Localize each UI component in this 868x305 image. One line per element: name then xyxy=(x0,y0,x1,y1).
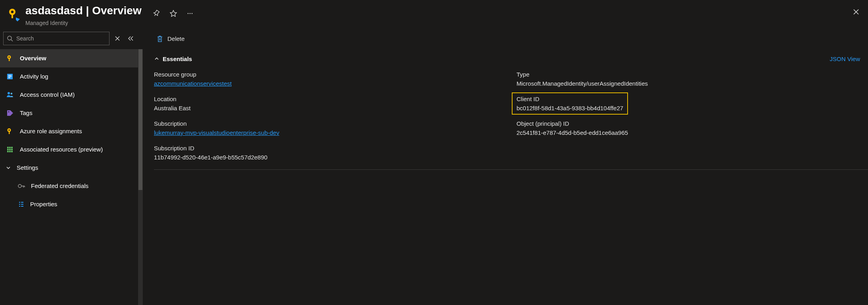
clear-search-button[interactable] xyxy=(112,33,123,44)
chevron-up-icon xyxy=(154,56,159,61)
svg-rect-1 xyxy=(12,14,13,18)
tags-icon xyxy=(6,109,14,117)
delete-button-label: Delete xyxy=(167,35,184,42)
field-label: Type xyxy=(517,71,860,78)
essentials-label: Essentials xyxy=(163,56,192,62)
sidebar-item-federated-credentials[interactable]: Federated credentials xyxy=(0,177,138,195)
essentials-panel: Resource group azcommunicationserviceste… xyxy=(154,71,868,170)
svg-rect-19 xyxy=(9,147,11,148)
favorite-button[interactable] xyxy=(167,7,180,20)
field-location: Location Australia East xyxy=(154,96,497,111)
svg-rect-9 xyxy=(9,58,10,61)
svg-rect-22 xyxy=(9,149,11,150)
svg-rect-18 xyxy=(7,147,9,148)
svg-point-2 xyxy=(11,11,13,13)
delete-icon xyxy=(156,35,163,43)
access-control-icon xyxy=(6,90,14,99)
json-view-button[interactable]: JSON View xyxy=(830,56,860,62)
subscription-id-value: 11b74992-d520-46e1-a9e9-b55c57d2e890 xyxy=(154,154,497,161)
sidebar-item-properties[interactable]: Properties xyxy=(0,195,138,213)
sidebar-item-label: Properties xyxy=(30,201,57,207)
star-icon xyxy=(169,10,177,17)
svg-rect-25 xyxy=(9,151,11,152)
sidebar-item-label: Overview xyxy=(20,55,46,61)
field-label: Subscription xyxy=(154,120,497,127)
sidebar-item-label: Activity log xyxy=(20,73,48,80)
sidebar-item-label: Tags xyxy=(20,109,33,116)
sidebar-scroll-thumb[interactable] xyxy=(138,49,142,190)
managed-identity-icon xyxy=(5,6,22,23)
sidebar-search-box[interactable] xyxy=(3,32,109,45)
svg-rect-23 xyxy=(11,149,13,150)
svg-marker-3 xyxy=(16,17,20,21)
type-value: Microsoft.ManagedIdentity/userAssignedId… xyxy=(517,80,860,87)
field-label: Object (principal) ID xyxy=(517,120,860,127)
svg-rect-26 xyxy=(11,151,13,152)
x-icon xyxy=(115,36,120,41)
svg-point-10 xyxy=(8,56,10,58)
sidebar-item-activity-log[interactable]: Activity log xyxy=(0,67,138,86)
field-label: Resource group xyxy=(154,71,497,78)
section-name: Overview xyxy=(92,4,142,17)
delete-button[interactable]: Delete xyxy=(154,33,187,44)
chevron-down-icon xyxy=(6,165,11,171)
ellipsis-icon xyxy=(186,10,194,17)
field-object-id: Object (principal) ID 2c541f81-e787-4d5d… xyxy=(517,120,860,136)
sidebar-group-settings[interactable]: Settings xyxy=(0,159,138,177)
grid-icon xyxy=(6,145,14,154)
field-label: Subscription ID xyxy=(154,145,497,152)
page-header: asdasdasd | Overview Managed Identity xyxy=(0,0,868,29)
pin-button[interactable] xyxy=(150,7,163,20)
svg-rect-24 xyxy=(7,151,9,152)
svg-point-13 xyxy=(11,92,13,94)
collapse-sidebar-button[interactable] xyxy=(125,33,136,44)
sidebar-item-access-control[interactable]: Access control (IAM) xyxy=(0,86,138,104)
resource-type-subtitle: Managed Identity xyxy=(25,20,142,26)
svg-point-4 xyxy=(187,13,188,14)
sidebar-item-azure-role-assignments[interactable]: Azure role assignments xyxy=(0,122,138,140)
svg-point-5 xyxy=(189,13,190,14)
sidebar-scrollbar[interactable] xyxy=(138,49,143,305)
sidebar: Overview Activity log Access control (IA… xyxy=(0,29,143,305)
field-label: Location xyxy=(154,96,497,102)
field-type: Type Microsoft.ManagedIdentity/userAssig… xyxy=(517,71,860,87)
sidebar-item-label: Access control (IAM) xyxy=(20,91,75,98)
command-bar: Delete xyxy=(154,29,868,48)
close-button[interactable] xyxy=(850,6,862,18)
activity-log-icon xyxy=(6,72,14,81)
search-icon xyxy=(7,35,13,42)
sidebar-item-label: Federated credentials xyxy=(31,182,88,189)
resource-name: asdasdasd xyxy=(25,4,83,17)
field-client-id: Client ID bc012f8f-58d1-43a5-9383-bb4d10… xyxy=(517,96,623,111)
svg-rect-20 xyxy=(11,147,13,148)
main-content: Delete Essentials JSON View Resource gro… xyxy=(143,29,868,305)
sidebar-item-tags[interactable]: Tags xyxy=(0,104,138,122)
svg-point-12 xyxy=(8,92,10,94)
sidebar-group-label: Settings xyxy=(17,164,38,171)
field-label: Client ID xyxy=(517,96,623,102)
key-icon xyxy=(6,54,14,63)
object-id-value: 2c541f81-e787-4d5d-b5ed-edd1ce6aa965 xyxy=(517,129,860,136)
field-resource-group: Resource group azcommunicationserviceste… xyxy=(154,71,497,87)
field-subscription-id: Subscription ID 11b74992-d520-46e1-a9e9-… xyxy=(154,145,497,161)
essentials-toggle[interactable]: Essentials xyxy=(154,56,192,62)
key-icon xyxy=(6,127,14,136)
sidebar-item-label: Associated resources (preview) xyxy=(20,146,103,153)
credentials-icon xyxy=(17,182,25,190)
field-subscription: Subscription lukemurray-mvp-visualstudio… xyxy=(154,120,497,136)
client-id-highlight: Client ID bc012f8f-58d1-43a5-9383-bb4d10… xyxy=(512,92,628,115)
sidebar-item-associated-resources[interactable]: Associated resources (preview) xyxy=(0,140,138,159)
svg-point-17 xyxy=(8,129,10,131)
sidebar-search-input[interactable] xyxy=(16,35,106,42)
client-id-value: bc012f8f-58d1-43a5-9383-bb4d104ffe27 xyxy=(517,105,623,111)
sidebar-item-overview[interactable]: Overview xyxy=(0,49,138,67)
properties-icon xyxy=(17,201,25,208)
close-icon xyxy=(853,8,860,15)
svg-point-7 xyxy=(8,36,12,40)
page-title: asdasdasd | Overview xyxy=(25,4,142,17)
more-button[interactable] xyxy=(184,7,196,20)
resource-group-link[interactable]: azcommunicationservicestest xyxy=(154,80,232,87)
subscription-link[interactable]: lukemurray-mvp-visualstudioenterprise-su… xyxy=(154,129,279,136)
svg-point-14 xyxy=(8,111,10,112)
svg-rect-21 xyxy=(7,149,9,150)
